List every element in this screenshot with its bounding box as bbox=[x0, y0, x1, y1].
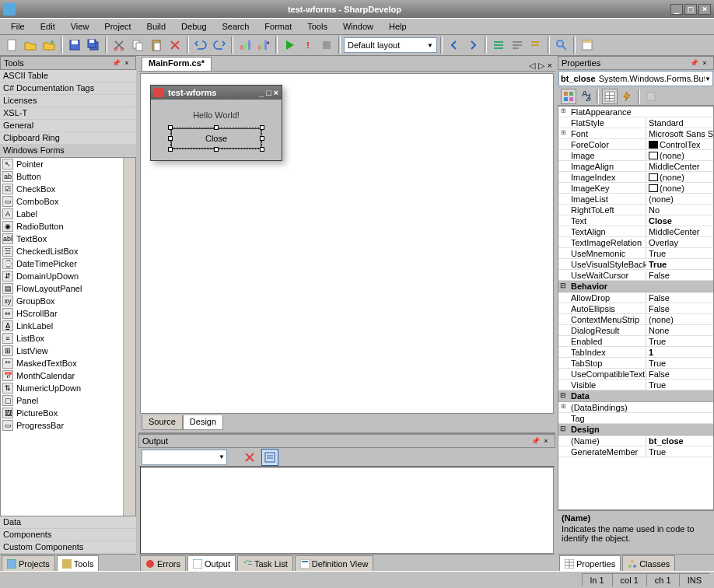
toolbox-cat-selected[interactable]: Windows Forms bbox=[0, 145, 136, 157]
build-solution-button[interactable] bbox=[255, 37, 272, 54]
output-text-area[interactable] bbox=[140, 467, 554, 554]
property-category[interactable]: Data bbox=[558, 390, 713, 402]
toolbox-cat[interactable]: Custom Components bbox=[0, 541, 136, 554]
close-panel-icon[interactable]: × bbox=[699, 58, 710, 68]
properties-button[interactable] bbox=[579, 37, 596, 54]
property-category[interactable]: Behavior bbox=[558, 281, 713, 292]
output-source-combo[interactable]: ▼ bbox=[142, 450, 227, 465]
property-row[interactable]: ContextMenuStrip(none) bbox=[558, 314, 713, 325]
toolbox-item[interactable]: ☱CheckedListBox bbox=[1, 245, 123, 257]
toolbox-item[interactable]: ablTextBox bbox=[1, 233, 123, 245]
toolbox-item[interactable]: xyGroupBox bbox=[1, 295, 123, 307]
layout-combo[interactable]: Default layout▼ bbox=[344, 37, 437, 53]
property-row[interactable]: ImageList(none) bbox=[558, 194, 713, 205]
toolbox-item[interactable]: **MaskedTextBox bbox=[1, 357, 123, 369]
events-view-button[interactable] bbox=[619, 89, 635, 104]
save-button[interactable] bbox=[66, 37, 83, 54]
property-row[interactable]: GenerateMemberTrue bbox=[558, 446, 713, 457]
wordwrap-button[interactable] bbox=[261, 449, 278, 466]
property-row[interactable]: Image(none) bbox=[558, 150, 713, 161]
menu-edit[interactable]: Edit bbox=[33, 20, 63, 33]
design-surface[interactable]: test-wforms _ □ × Hello World! Close bbox=[140, 73, 554, 414]
tab-output-active[interactable]: Output bbox=[187, 555, 236, 571]
redo-button[interactable] bbox=[211, 37, 228, 54]
comment-button[interactable] bbox=[509, 37, 526, 54]
toolbox-item[interactable]: ⌚DateTimePicker bbox=[1, 257, 123, 270]
resize-handle[interactable] bbox=[168, 136, 173, 141]
property-row[interactable]: ImageKey(none) bbox=[558, 183, 713, 194]
property-row[interactable]: UseWaitCursorFalse bbox=[558, 270, 713, 281]
tab-errors[interactable]: Errors bbox=[140, 555, 186, 571]
toolbox-item[interactable]: ▭ComboBox bbox=[1, 195, 123, 208]
toolbox-cat[interactable]: C# Documentation Tags bbox=[0, 82, 136, 95]
outline-toggle[interactable] bbox=[490, 37, 507, 54]
resize-handle[interactable] bbox=[168, 147, 173, 152]
pin-icon[interactable]: 📌 bbox=[110, 58, 121, 68]
resize-handle[interactable] bbox=[260, 125, 264, 130]
property-row[interactable]: (Name)bt_close bbox=[558, 436, 713, 446]
toolbox-item[interactable]: 📅MonthCalendar bbox=[1, 369, 123, 382]
toolbox-item[interactable]: ⇅NumericUpDown bbox=[1, 382, 123, 394]
property-pages-button[interactable] bbox=[643, 89, 659, 104]
toolbox-cat[interactable]: Clipboard Ring bbox=[0, 132, 136, 145]
toolbox-item[interactable]: ☑CheckBox bbox=[1, 183, 123, 195]
tab-projects[interactable]: Projects bbox=[2, 555, 55, 571]
resize-handle[interactable] bbox=[214, 125, 219, 130]
categorized-button[interactable] bbox=[561, 89, 576, 104]
open-project-button[interactable] bbox=[40, 37, 58, 54]
toolbox-item[interactable]: ▢Panel bbox=[1, 394, 123, 407]
property-category[interactable]: Design bbox=[558, 424, 713, 436]
run-button[interactable] bbox=[281, 37, 298, 54]
property-row[interactable]: TabIndex1 bbox=[558, 347, 713, 358]
source-tab[interactable]: Source bbox=[142, 415, 183, 430]
property-row[interactable]: TextImageRelationOverlay bbox=[558, 237, 713, 248]
pin-icon[interactable]: 📌 bbox=[688, 58, 699, 68]
properties-view-button[interactable] bbox=[602, 89, 618, 104]
menu-window[interactable]: Window bbox=[335, 20, 381, 33]
property-object-selector[interactable]: bt_close System.Windows.Forms.Button ▼ bbox=[558, 71, 713, 86]
run-no-debug-button[interactable]: ! bbox=[299, 37, 317, 54]
property-row[interactable]: Tag bbox=[558, 413, 713, 424]
property-row[interactable]: TabStopTrue bbox=[558, 358, 713, 369]
menu-tools[interactable]: Tools bbox=[299, 20, 335, 33]
toolbox-item[interactable]: A̲LinkLabel bbox=[1, 320, 123, 332]
toolbox-item[interactable]: ⇔HScrollBar bbox=[1, 307, 123, 320]
property-row[interactable]: UseCompatibleTextRenFalse bbox=[558, 369, 713, 380]
tab-definition[interactable]: Definition View bbox=[295, 555, 374, 571]
maximize-button[interactable]: □ bbox=[684, 4, 697, 15]
close-button[interactable]: × bbox=[698, 4, 711, 15]
toolbox-item[interactable]: ▭ProgressBar bbox=[1, 419, 123, 432]
menu-help[interactable]: Help bbox=[381, 20, 415, 33]
toolbox-cat[interactable]: Data bbox=[0, 516, 136, 529]
designer-form[interactable]: test-wforms _ □ × Hello World! Close bbox=[150, 85, 282, 161]
menu-file[interactable]: File bbox=[3, 20, 33, 33]
toolbox-item[interactable]: abButton bbox=[1, 170, 123, 183]
property-row[interactable]: TextClose bbox=[558, 215, 713, 226]
property-row[interactable]: VisibleTrue bbox=[558, 380, 713, 390]
toolbox-item[interactable]: ⇵DomainUpDown bbox=[1, 270, 123, 282]
tab-tools-active[interactable]: Tools bbox=[57, 555, 100, 571]
menu-view[interactable]: View bbox=[63, 20, 97, 33]
minimize-button[interactable]: _ bbox=[670, 4, 683, 15]
menu-project[interactable]: Project bbox=[96, 20, 138, 33]
property-row[interactable]: AutoEllipsisFalse bbox=[558, 303, 713, 314]
designer-label[interactable]: Hello World! bbox=[162, 110, 271, 120]
toolbox-item[interactable]: ALabel bbox=[1, 208, 123, 220]
property-row[interactable]: ForeColorControlTex bbox=[558, 139, 713, 150]
copy-button[interactable] bbox=[129, 37, 146, 54]
find-button[interactable] bbox=[553, 37, 570, 54]
tab-tasklist[interactable]: Task List bbox=[237, 555, 293, 571]
toolbox-item[interactable]: ≡ListBox bbox=[1, 332, 123, 345]
toolbox-cat[interactable]: General bbox=[0, 120, 136, 132]
cut-button[interactable] bbox=[110, 37, 128, 54]
build-button[interactable] bbox=[236, 37, 254, 54]
close-doc-button[interactable]: × bbox=[548, 61, 552, 71]
toolbox-item[interactable]: ↖Pointer bbox=[1, 158, 123, 170]
save-all-button[interactable] bbox=[85, 37, 102, 54]
undo-button[interactable] bbox=[192, 37, 209, 54]
nav-back-button[interactable] bbox=[446, 37, 463, 54]
toolbox-item[interactable]: 🖼PictureBox bbox=[1, 407, 123, 419]
nav-fwd-button[interactable] bbox=[464, 37, 481, 54]
property-row[interactable]: EnabledTrue bbox=[558, 336, 713, 347]
pin-icon[interactable]: 📌 bbox=[530, 436, 541, 446]
